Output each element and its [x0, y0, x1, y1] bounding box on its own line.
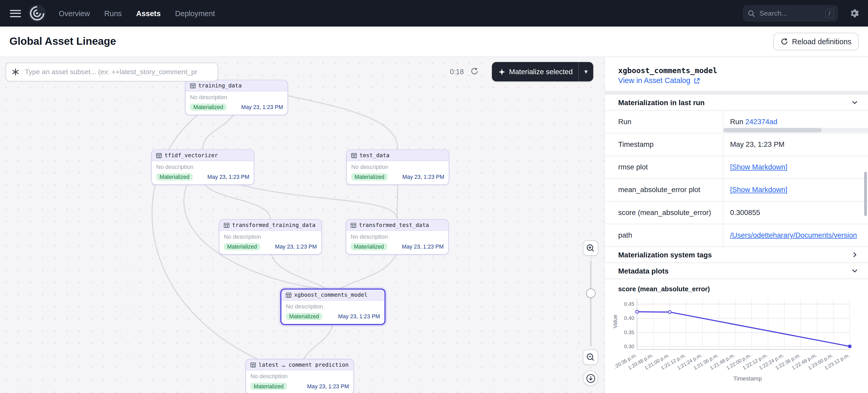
op-selector-icon [12, 68, 20, 76]
metadata-hscrollbar[interactable] [723, 128, 868, 132]
materialized-badge: Materialized [224, 243, 260, 250]
asset-description: No description [246, 370, 353, 380]
lineage-edge [341, 251, 397, 289]
search-input[interactable] [758, 9, 822, 18]
asset-name: tfidf_vectorizer [164, 152, 218, 158]
asset-node-tfidf-vectorizer[interactable]: tfidf_vectorizer No description Material… [151, 150, 254, 185]
recenter-graph-button[interactable] [583, 370, 598, 386]
materialized-timestamp: May 23, 1:23 PM [402, 243, 444, 250]
metric-chart-wrap: Value 0.300.350.400.451:20:36 p.m.1:20:4… [615, 294, 865, 388]
asset-name: latest_…_comment_predictions [258, 361, 349, 367]
dagster-logo[interactable] [28, 4, 46, 23]
nav-runs[interactable]: Runs [104, 9, 122, 18]
zoom-in-button[interactable] [583, 240, 598, 256]
section-materialization-last-run[interactable]: Materialization in last run [605, 95, 868, 111]
row-value: [Show Markdown] [723, 156, 868, 178]
zoom-slider-track[interactable] [590, 260, 591, 347]
nav-overview[interactable]: Overview [59, 9, 90, 18]
refresh-icon [780, 38, 788, 45]
table-icon [190, 83, 195, 88]
lineage-edge [304, 321, 333, 359]
panel-scrollbar-strip[interactable] [605, 91, 868, 95]
materialized-badge: Materialized [351, 173, 388, 181]
row-key: Run [605, 111, 723, 133]
section-metadata-plots[interactable]: Metadata plots [605, 263, 868, 279]
show-markdown-link[interactable]: [Show Markdown] [730, 163, 787, 171]
section-materialization-system-tags[interactable]: Materialization system tags [605, 247, 868, 263]
search-shortcut: / [825, 9, 834, 18]
row-key: score (mean_absolute_error) [605, 201, 723, 224]
path-link[interactable]: /Users/odetteharary/Documents/version [730, 231, 857, 239]
asset-node-training-data[interactable]: training_data No description Materialize… [185, 79, 288, 115]
svg-text:0.30: 0.30 [624, 343, 634, 349]
lineage-edge [397, 181, 398, 220]
row-value: [Show Markdown] [723, 179, 868, 201]
asset-node-transformed-training-data[interactable]: transformed_training_data No description… [219, 220, 322, 255]
nav-deployment[interactable]: Deployment [175, 9, 215, 18]
materialized-timestamp: May 23, 1:23 PM [275, 243, 317, 250]
row-key: Timestamp [605, 133, 723, 156]
row-key: rmse plot [605, 156, 723, 178]
table-icon [156, 153, 162, 158]
lineage-edge [227, 181, 397, 220]
settings-gear-icon[interactable] [848, 7, 861, 20]
global-search[interactable]: / [743, 5, 838, 22]
table-icon [351, 222, 356, 228]
external-link-icon [694, 77, 701, 84]
metadata-hscrollbar-thumb[interactable] [723, 128, 822, 132]
asset-name: xgboost_comments_model [294, 292, 368, 298]
table-icon [286, 292, 291, 297]
app-root: Overview Runs Assets Deployment / Global… [0, 0, 868, 393]
materialize-selected-button[interactable]: Materialize selected ▼ [492, 62, 593, 81]
catalog-link-label: View in Asset Catalog [618, 76, 690, 85]
row-key: path [605, 224, 723, 247]
zoom-out-icon [586, 353, 595, 361]
gear-icon [849, 8, 859, 18]
asset-name: transformed_training_data [232, 222, 315, 228]
metadata-table: Run Run 242374ad Timestamp May 23, 1:23 … [605, 111, 868, 247]
menu-icon[interactable] [10, 10, 21, 17]
asset-node-latest-comment-predictions[interactable]: latest_…_comment_predictions No descript… [246, 359, 354, 393]
materialized-timestamp: May 23, 1:23 PM [307, 383, 349, 389]
materialize-timer: 0:18 [450, 68, 464, 76]
show-markdown-link[interactable]: [Show Markdown] [730, 186, 787, 194]
materialized-timestamp: May 23, 1:23 PM [338, 314, 380, 319]
zoom-out-button[interactable] [583, 350, 598, 365]
metric-line-chart: 0.300.350.400.451:20:36 p.m.1:20:48 p.m.… [615, 294, 853, 388]
reload-definitions-button[interactable]: Reload definitions [773, 33, 859, 51]
row-value: May 23, 1:23 PM [723, 133, 868, 156]
nav-assets[interactable]: Assets [136, 9, 161, 18]
materialized-badge: Materialized [156, 173, 193, 181]
arrow-down-circle-icon [586, 373, 595, 383]
lineage-edge [270, 251, 326, 289]
view-in-asset-catalog-link[interactable]: View in Asset Catalog [618, 76, 701, 85]
zoom-slider-handle[interactable] [586, 289, 595, 298]
lineage-graph[interactable]: 0:18 Materialize selected ▼ training_dat… [0, 57, 604, 393]
sparkle-icon [492, 68, 505, 75]
panel-vscrollbar[interactable] [864, 172, 867, 216]
asset-name: test_data [360, 152, 390, 158]
materialize-dropdown-caret[interactable]: ▼ [579, 69, 593, 75]
asset-description: No description [186, 91, 287, 101]
run-value-prefix: Run [730, 118, 745, 126]
table-row: mean_absolute_error plot [Show Markdown] [605, 179, 868, 201]
materialized-timestamp: May 23, 1:23 PM [208, 174, 249, 180]
asset-node-xgboost-comments-model[interactable]: xgboost_comments_model No description Ma… [280, 289, 385, 325]
asset-subset-input[interactable] [24, 68, 212, 76]
asset-node-test-data[interactable]: test_data No description MaterializedMay… [346, 150, 450, 185]
asset-node-transformed-test-data[interactable]: transformed_test_data No description Mat… [346, 220, 449, 255]
svg-text:0.40: 0.40 [624, 315, 634, 321]
run-link[interactable]: 242374ad [745, 118, 777, 126]
table-icon [351, 153, 357, 158]
chevron-down-icon [851, 267, 858, 274]
panel-asset-title: xgboost_comments_model [618, 66, 855, 75]
materialized-badge: Materialized [286, 313, 322, 320]
graph-refresh-icon[interactable] [470, 67, 478, 75]
top-nav: Overview Runs Assets Deployment / [0, 0, 868, 27]
materialized-timestamp: May 23, 1:23 PM [403, 174, 444, 180]
asset-subset-filter[interactable] [5, 62, 218, 81]
chart-title: score (mean_absolute_error) [618, 285, 855, 293]
table-icon [224, 222, 229, 228]
svg-text:0.35: 0.35 [624, 329, 634, 335]
primary-nav: Overview Runs Assets Deployment [59, 9, 215, 18]
